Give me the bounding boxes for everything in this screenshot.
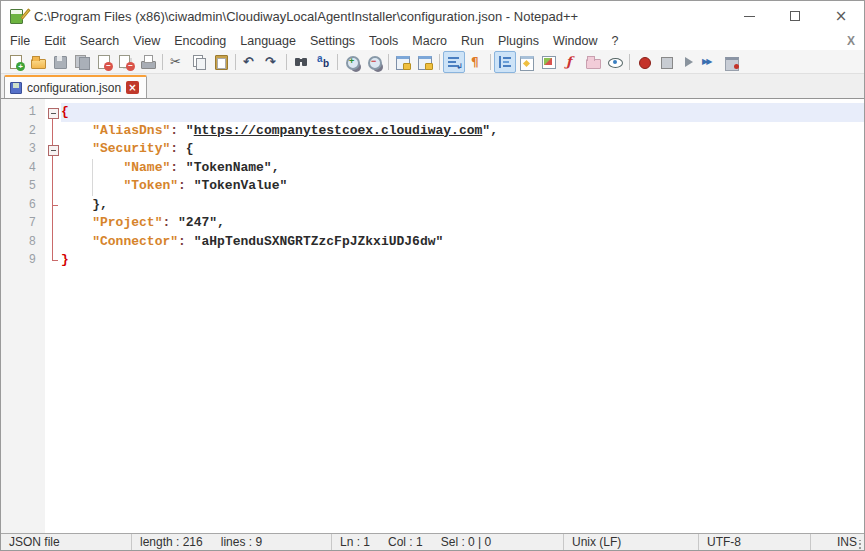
- function-list-button[interactable]: [560, 51, 582, 73]
- print-button[interactable]: [137, 51, 159, 73]
- status-eol-format[interactable]: Unix (LF): [563, 534, 698, 550]
- close-all-button[interactable]: [115, 51, 137, 73]
- code-line-4[interactable]: 4 "Name": "TokenName",: [1, 159, 864, 178]
- close-button[interactable]: [93, 51, 115, 73]
- open-button[interactable]: [27, 51, 49, 73]
- zoom-in-icon: [344, 54, 360, 70]
- tab-close-icon[interactable]: ×: [126, 81, 139, 94]
- menu-search[interactable]: Search: [73, 33, 127, 49]
- maximize-button[interactable]: [772, 1, 818, 31]
- macro-save-button[interactable]: [721, 51, 743, 73]
- code-line-8[interactable]: 8 "Connector": "aHpTenduSXNGRTZzcFpJZkxi…: [1, 233, 864, 252]
- code-line-9[interactable]: 9}: [1, 251, 864, 270]
- monitoring-button[interactable]: [604, 51, 626, 73]
- fold-collapse-icon[interactable]: [45, 103, 61, 122]
- line-number: 2: [1, 122, 45, 141]
- menu-settings[interactable]: Settings: [303, 33, 362, 49]
- status-cursor-position: Ln : 1 Col : 1 Sel : 0 | 0: [331, 534, 563, 550]
- notepadpp-app-icon: [10, 8, 27, 25]
- menu-file[interactable]: File: [3, 33, 37, 49]
- redo-button[interactable]: [261, 51, 283, 73]
- zoom-out-button[interactable]: [363, 51, 385, 73]
- code-line-6[interactable]: 6 },: [1, 196, 864, 215]
- line-number: 1: [1, 103, 45, 122]
- resize-grip[interactable]: [857, 540, 862, 550]
- editor-pane[interactable]: 1{2 "AliasDns": "https://companytestcoex…: [1, 98, 864, 533]
- menu-edit[interactable]: Edit: [37, 33, 73, 49]
- tab-configuration-json[interactable]: configuration.json ×: [4, 75, 147, 98]
- macro-run-multiple-button[interactable]: [699, 51, 721, 73]
- replace-icon: [315, 54, 331, 70]
- code-line-7[interactable]: 7 "Project": "247",: [1, 214, 864, 233]
- word-wrap-button[interactable]: [443, 51, 465, 73]
- menu-help[interactable]: ?: [604, 33, 625, 49]
- replace-button[interactable]: [312, 51, 334, 73]
- zoom-in-button[interactable]: [341, 51, 363, 73]
- fold-collapse-icon[interactable]: [45, 140, 61, 159]
- toolbar-separator: [235, 54, 236, 70]
- undo-icon: [242, 54, 258, 70]
- code-text: "Connector": "aHpTenduSXNGRTZzcFpJZkxiUD…: [61, 233, 864, 252]
- saved-file-icon: [10, 82, 22, 94]
- doc-map-button[interactable]: [538, 51, 560, 73]
- save-all-button[interactable]: [71, 51, 93, 73]
- close-button[interactable]: ×: [818, 1, 864, 31]
- cut-button[interactable]: [166, 51, 188, 73]
- tab-bar: configuration.json ×: [1, 74, 864, 98]
- menu-tools[interactable]: Tools: [362, 33, 405, 49]
- undo-button[interactable]: [239, 51, 261, 73]
- fold-margin: [45, 177, 61, 196]
- line-number: 3: [1, 140, 45, 159]
- save-icon: [52, 54, 68, 70]
- paste-icon: [213, 54, 229, 70]
- toolbar-separator: [490, 54, 491, 70]
- status-length-lines: length : 216 lines : 9: [131, 534, 331, 550]
- selection-text: Sel : 0 | 0: [441, 535, 491, 549]
- eol-text: Unix (LF): [572, 535, 621, 549]
- menu-view[interactable]: View: [126, 33, 167, 49]
- sync-h-button[interactable]: [414, 51, 436, 73]
- line-number: 7: [1, 214, 45, 233]
- status-doctype: JSON file: [1, 534, 131, 550]
- macro-play-button[interactable]: [677, 51, 699, 73]
- line-number: 6: [1, 196, 45, 215]
- minimize-button[interactable]: [726, 1, 772, 31]
- macro-run-multiple-icon: [702, 54, 718, 70]
- menu-macro[interactable]: Macro: [405, 33, 454, 49]
- sync-h-icon: [417, 54, 433, 70]
- cut-icon: [169, 54, 185, 70]
- menu-plugins[interactable]: Plugins: [491, 33, 546, 49]
- encoding-text: UTF-8: [707, 535, 741, 549]
- insert-mode-text: INS: [837, 535, 857, 549]
- code-line-5[interactable]: 5 "Token": "TokenValue": [1, 177, 864, 196]
- close-document-x-button[interactable]: X: [844, 34, 858, 48]
- menu-encoding[interactable]: Encoding: [167, 33, 233, 49]
- line-number: 4: [1, 159, 45, 178]
- menu-run[interactable]: Run: [454, 33, 491, 49]
- macro-stop-button[interactable]: [655, 51, 677, 73]
- macro-record-button[interactable]: [633, 51, 655, 73]
- doc-switcher-button[interactable]: [516, 51, 538, 73]
- folder-as-workspace-button[interactable]: [582, 51, 604, 73]
- redo-icon: [264, 54, 280, 70]
- status-encoding[interactable]: UTF-8: [698, 534, 810, 550]
- code-line-2[interactable]: 2 "AliasDns": "https://companytestcoex.c…: [1, 122, 864, 141]
- paste-button[interactable]: [210, 51, 232, 73]
- line-number: 9: [1, 251, 45, 270]
- find-button[interactable]: [290, 51, 312, 73]
- indent-guide-button[interactable]: [494, 51, 516, 73]
- fold-margin: [45, 214, 61, 233]
- show-all-chars-button[interactable]: [465, 51, 487, 73]
- code-text: {: [61, 103, 864, 122]
- code-line-1[interactable]: 1{: [1, 103, 864, 122]
- status-insert-mode[interactable]: INS: [810, 534, 864, 550]
- show-all-chars-icon: [468, 54, 484, 70]
- sync-v-button[interactable]: [392, 51, 414, 73]
- menu-window[interactable]: Window: [546, 33, 604, 49]
- save-button[interactable]: [49, 51, 71, 73]
- code-line-3[interactable]: 3 "Security": {: [1, 140, 864, 159]
- copy-button[interactable]: [188, 51, 210, 73]
- fold-margin: [45, 122, 61, 141]
- menu-language[interactable]: Language: [233, 33, 303, 49]
- new-file-button[interactable]: [5, 51, 27, 73]
